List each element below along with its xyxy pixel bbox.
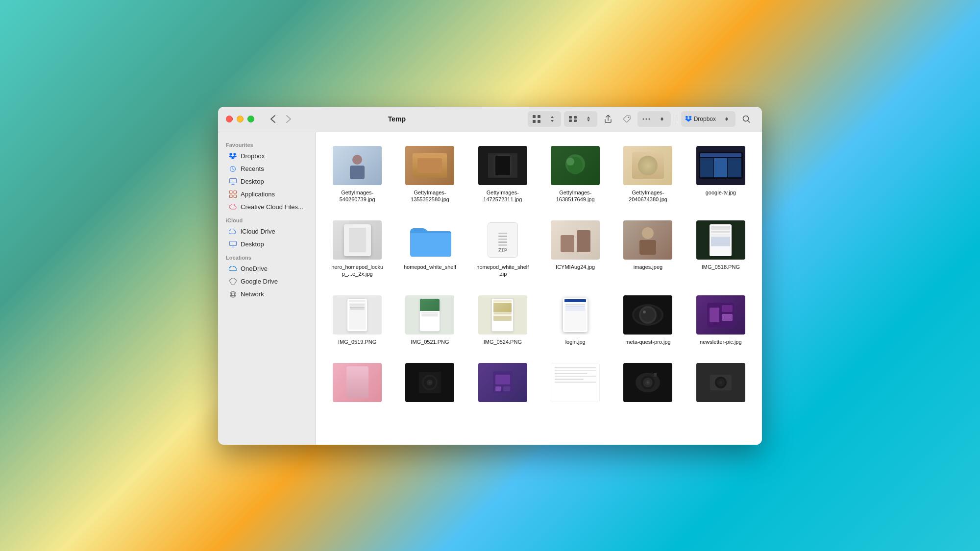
svg-rect-1 bbox=[538, 115, 540, 118]
file-item[interactable]: meta-quest-pro.jpg bbox=[616, 291, 679, 349]
svg-rect-18 bbox=[234, 195, 237, 198]
file-item[interactable]: GettyImages-1638517649.jpg bbox=[544, 142, 607, 207]
file-thumbnail bbox=[333, 146, 382, 185]
file-item[interactable]: login.jpg bbox=[544, 291, 607, 349]
sidebar-label-icloud-drive: iCloud Drive bbox=[241, 228, 275, 235]
file-item[interactable]: images.jpeg bbox=[616, 216, 679, 282]
file-item[interactable]: GettyImages-1355352580.jpg bbox=[398, 142, 461, 207]
sidebar-item-applications[interactable]: Applications bbox=[221, 188, 313, 201]
recents-icon bbox=[229, 165, 237, 173]
dropbox-chevron[interactable] bbox=[719, 112, 735, 126]
view-toggle-group bbox=[528, 111, 561, 127]
toolbar-right: Dropbox bbox=[528, 111, 754, 127]
file-item[interactable] bbox=[398, 359, 461, 410]
file-name: GettyImages-2040674380.jpg bbox=[621, 189, 675, 203]
sidebar-label-google-drive: Google Drive bbox=[241, 278, 278, 285]
file-item[interactable] bbox=[689, 359, 752, 410]
more-button[interactable] bbox=[638, 112, 654, 126]
file-thumbnail bbox=[478, 363, 527, 402]
file-item[interactable] bbox=[471, 359, 534, 410]
close-button[interactable] bbox=[226, 116, 233, 122]
svg-rect-17 bbox=[229, 195, 232, 198]
file-item[interactable]: GettyImages-1472572311.jpg bbox=[471, 142, 534, 207]
svg-rect-2 bbox=[533, 120, 536, 123]
svg-point-22 bbox=[352, 155, 362, 165]
svg-point-35 bbox=[643, 311, 646, 313]
svg-rect-28 bbox=[577, 230, 590, 252]
view-mode-group bbox=[564, 111, 597, 127]
view-mode-button[interactable] bbox=[565, 112, 581, 126]
dropbox-toolbar-button[interactable]: Dropbox bbox=[682, 112, 719, 126]
sidebar-label-creative-cloud: Creative Cloud Files... bbox=[241, 203, 303, 211]
file-item[interactable]: GettyImages-540260739.jpg bbox=[326, 142, 389, 207]
file-item[interactable]: IMG_0519.PNG bbox=[326, 291, 389, 349]
svg-rect-6 bbox=[569, 120, 572, 122]
file-item[interactable]: ZIP homepod_white_shelf.zip bbox=[471, 216, 534, 282]
svg-rect-27 bbox=[561, 235, 574, 252]
maximize-button[interactable] bbox=[247, 116, 254, 122]
network-icon bbox=[229, 290, 237, 298]
dropbox-toolbar-label: Dropbox bbox=[694, 116, 716, 122]
file-item[interactable]: IMG_0524.PNG bbox=[471, 291, 534, 349]
file-thumbnail bbox=[405, 220, 454, 260]
file-item[interactable]: google-tv.jpg bbox=[689, 142, 752, 207]
sidebar-item-desktop[interactable]: Desktop bbox=[221, 175, 313, 188]
sidebar-item-dropbox[interactable]: Dropbox bbox=[221, 150, 313, 163]
file-name: homepod_white_shelf.zip bbox=[476, 264, 530, 278]
file-name: IMG_0524.PNG bbox=[484, 338, 522, 345]
file-item[interactable] bbox=[326, 359, 389, 410]
svg-point-34 bbox=[641, 308, 655, 322]
svg-rect-5 bbox=[574, 116, 577, 119]
file-name: GettyImages-1638517649.jpg bbox=[548, 189, 602, 203]
file-item[interactable]: IMG_0518.PNG bbox=[689, 216, 752, 282]
svg-rect-14 bbox=[229, 179, 236, 183]
more-group bbox=[637, 111, 671, 127]
file-name: login.jpg bbox=[565, 338, 586, 345]
file-thumbnail bbox=[405, 146, 454, 185]
view-mode-chevron[interactable] bbox=[581, 112, 596, 126]
file-name: GettyImages-1355352580.jpg bbox=[403, 189, 457, 203]
file-item[interactable] bbox=[544, 359, 607, 410]
svg-rect-7 bbox=[574, 120, 577, 122]
sidebar-item-google-drive[interactable]: Google Drive bbox=[221, 275, 313, 288]
share-button[interactable] bbox=[600, 112, 616, 126]
sidebar-item-recents[interactable]: Recents bbox=[221, 163, 313, 175]
svg-rect-48 bbox=[503, 386, 510, 391]
sidebar-item-icloud-desktop[interactable]: Desktop bbox=[221, 238, 313, 251]
file-item[interactable]: IMG_0521.PNG bbox=[398, 291, 461, 349]
search-button[interactable] bbox=[738, 112, 754, 126]
sidebar-label-applications: Applications bbox=[241, 191, 275, 198]
file-item[interactable]: ICYMIAug24.jpg bbox=[544, 216, 607, 282]
sidebar-item-creative-cloud[interactable]: Creative Cloud Files... bbox=[221, 201, 313, 214]
file-name: ICYMIAug24.jpg bbox=[556, 264, 595, 270]
svg-point-11 bbox=[648, 119, 650, 120]
file-thumbnail bbox=[696, 295, 745, 335]
file-item[interactable]: homepod_white_shelf bbox=[398, 216, 461, 282]
file-thumbnail bbox=[333, 220, 382, 260]
file-item[interactable]: hero_homepod_lockup_...e_2x.jpg bbox=[326, 216, 389, 282]
minimize-button[interactable] bbox=[237, 116, 244, 122]
file-area[interactable]: GettyImages-540260739.jpg GettyImages-13… bbox=[316, 132, 762, 445]
grid-view-button[interactable] bbox=[529, 112, 544, 126]
svg-rect-0 bbox=[533, 115, 536, 118]
sidebar-locations-header: Locations bbox=[218, 251, 316, 263]
sidebar-item-network[interactable]: Network bbox=[221, 288, 313, 301]
file-item[interactable]: newsletter-pic.jpg bbox=[689, 291, 752, 349]
file-thumbnail bbox=[623, 295, 672, 335]
traffic-lights bbox=[226, 116, 254, 122]
file-item[interactable] bbox=[616, 359, 679, 410]
sort-button[interactable] bbox=[544, 112, 560, 126]
applications-icon bbox=[229, 191, 237, 198]
sidebar-item-icloud-drive[interactable]: iCloud Drive bbox=[221, 225, 313, 238]
main-content: Favourites Dropbox Recents bbox=[218, 132, 762, 445]
tag-button[interactable] bbox=[619, 112, 635, 126]
file-name: GettyImages-540260739.jpg bbox=[330, 189, 384, 203]
dropbox-icon bbox=[229, 152, 237, 160]
file-thumbnail bbox=[478, 295, 527, 335]
sidebar-item-onedrive[interactable]: OneDrive bbox=[221, 263, 313, 275]
file-thumbnail bbox=[405, 295, 454, 335]
svg-point-58 bbox=[719, 381, 722, 384]
file-thumbnail bbox=[551, 146, 600, 185]
file-item[interactable]: GettyImages-2040674380.jpg bbox=[616, 142, 679, 207]
more-chevron[interactable] bbox=[654, 112, 670, 126]
